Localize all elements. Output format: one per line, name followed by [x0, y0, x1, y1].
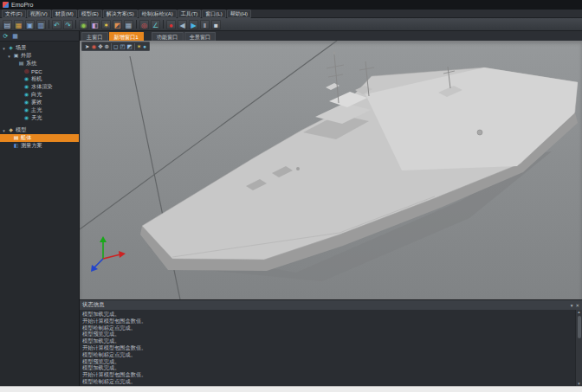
- measure-icon[interactable]: ∠: [151, 20, 160, 29]
- group-icon: ▣: [13, 53, 19, 59]
- camera-icon[interactable]: ◉: [79, 20, 88, 29]
- tree-item-6[interactable]: ◉白光: [0, 91, 79, 99]
- open-file-icon[interactable]: ▦: [14, 20, 23, 29]
- new-file-icon[interactable]: ▤: [3, 20, 12, 29]
- grid-icon[interactable]: ▦: [124, 20, 133, 29]
- menu-item-0[interactable]: 文件(F): [2, 10, 26, 18]
- tree-item-label: 主光: [31, 106, 42, 114]
- scroll-up-icon[interactable]: ▲: [577, 310, 580, 314]
- tree-item-9[interactable]: ◉天光: [0, 114, 79, 122]
- tree-item-10[interactable]: ▾◆模型: [0, 126, 79, 134]
- menu-item-5[interactable]: 绘制(标绘)(A): [139, 10, 177, 18]
- filter-icon[interactable]: ▦: [11, 32, 19, 40]
- log-line-0: 模型加载完成。: [82, 311, 572, 318]
- pec-node-icon: ◎: [23, 68, 29, 74]
- camera-reset-icon[interactable]: ◉: [91, 42, 96, 51]
- tab-1[interactable]: 新增窗口1: [109, 32, 144, 41]
- toolbar-separator: [163, 20, 164, 29]
- tree-item-3[interactable]: ◎PEC: [0, 67, 79, 75]
- tree-item-label: 船体: [21, 134, 31, 142]
- menu-item-7[interactable]: 窗口(L): [202, 10, 225, 18]
- menu-item-1[interactable]: 视图(V): [27, 10, 51, 18]
- mast-top-light: [333, 52, 336, 55]
- select-tool-icon[interactable]: ➤: [85, 42, 89, 51]
- undo-icon[interactable]: ↶: [52, 20, 61, 29]
- save-icon[interactable]: ▣: [25, 20, 35, 29]
- mast-forward: [334, 55, 339, 103]
- log-line-8: 模型加载完成。: [82, 364, 572, 371]
- tree-item-12[interactable]: ◧测量方案: [0, 142, 79, 150]
- mast-crossbar-2: [328, 74, 343, 77]
- title-bar: EmoPro: [0, 0, 582, 10]
- project-panel: ⟳▦ ▾◈场景▾▣外部▤系统◎PEC◉相机◉水体渲染◉白光◉雾效◉主光◉天光▾◆…: [0, 31, 80, 386]
- expand-arrow-icon[interactable]: ▾: [7, 54, 11, 59]
- status-panel: 状态信息 ▾ ✕ 模型加载完成。开始计算模型包围盒数值。模型绘制标定点完成。模型…: [80, 299, 582, 386]
- tree-item-label: 系统: [26, 60, 36, 67]
- menu-item-3[interactable]: 模型(E): [78, 10, 102, 18]
- tree-item-11[interactable]: ▤船体: [0, 134, 79, 142]
- tree-item-5[interactable]: ◉水体渲染: [0, 83, 79, 91]
- step-back-icon[interactable]: ◀: [178, 20, 187, 29]
- view-top-icon[interactable]: ◰: [120, 42, 125, 51]
- view-perspective-icon[interactable]: ◩: [127, 42, 133, 51]
- toolbar-separator: [136, 20, 137, 29]
- main-area: ⟳▦ ▾◈场景▾▣外部▤系统◎PEC◉相机◉水体渲染◉白光◉雾效◉主光◉天光▾◆…: [0, 31, 582, 386]
- pause-icon[interactable]: ‖: [200, 20, 210, 29]
- menu-bar: 文件(F)视图(V)材质(M)模型(E)解决方案(S)绘制(标绘)(A)工具(T…: [0, 10, 582, 18]
- zoom-tool-icon[interactable]: ⊕: [105, 42, 109, 51]
- menu-item-4[interactable]: 解决方案(S): [103, 10, 138, 18]
- view-front-icon[interactable]: ◻: [113, 42, 118, 51]
- viewport-toolbar: ➤◉✥⊕◻◰◩✶●: [81, 42, 150, 51]
- app-logo-icon: [3, 2, 9, 8]
- deck-porthole: [477, 130, 482, 135]
- expand-arrow-icon[interactable]: ▾: [2, 46, 6, 51]
- expand-arrow-icon[interactable]: ▾: [2, 128, 6, 133]
- tree-item-4[interactable]: ◉相机: [0, 75, 79, 83]
- tree-item-0[interactable]: ▾◈场景: [0, 44, 79, 52]
- axis-x-red: [103, 254, 120, 259]
- scrollbar-thumb[interactable]: [578, 316, 581, 338]
- play-icon[interactable]: ▶: [189, 20, 198, 29]
- collapse-panel-icon[interactable]: ▾: [571, 303, 573, 308]
- stop-icon[interactable]: ■: [211, 20, 221, 29]
- light-icon[interactable]: ✶: [101, 20, 111, 29]
- sun-light-icon[interactable]: ✶: [137, 42, 141, 51]
- scroll-down-icon[interactable]: ▼: [577, 382, 580, 386]
- save-all-icon[interactable]: ▥: [36, 20, 46, 29]
- log-scrollbar[interactable]: ▲ ▼: [575, 310, 582, 386]
- tab-0[interactable]: 主窗口: [81, 32, 108, 41]
- redo-icon[interactable]: ↷: [63, 20, 73, 29]
- tree-item-label: 场景: [16, 44, 26, 52]
- camera-node-icon: ◉: [23, 76, 29, 82]
- tree-item-label: 外部: [21, 52, 31, 60]
- tree-item-label: 相机: [31, 75, 42, 83]
- menu-item-6[interactable]: 工具(T): [178, 10, 202, 18]
- log-line-9: 开始计算模型包围盒数值。: [82, 371, 572, 378]
- tab-3[interactable]: 全景窗口: [184, 32, 217, 41]
- close-panel-icon[interactable]: ✕: [575, 303, 579, 308]
- foredeck-fitting: [296, 167, 300, 170]
- material-icon[interactable]: ◩: [113, 20, 122, 29]
- skylight-node-icon: ◉: [23, 115, 29, 121]
- model-icon[interactable]: ◧: [90, 20, 100, 29]
- record-icon[interactable]: ●: [166, 20, 176, 29]
- tree-item-label: 水体渲染: [31, 83, 53, 91]
- tree-item-8[interactable]: ◉主光: [0, 106, 79, 114]
- tree-item-1[interactable]: ▾▣外部: [0, 52, 79, 60]
- render-mode-icon[interactable]: ●: [143, 42, 146, 51]
- menu-item-8[interactable]: 帮助(H): [227, 10, 251, 18]
- tree-item-7[interactable]: ◉雾效: [0, 99, 79, 106]
- workspace-column: 主窗口新增窗口1功能窗口全景窗口: [80, 31, 582, 386]
- pan-tool-icon[interactable]: ✥: [98, 42, 102, 51]
- tab-2[interactable]: 功能窗口: [152, 32, 184, 41]
- target-icon[interactable]: ◎: [139, 20, 149, 29]
- tree-item-2[interactable]: ▤系统: [0, 60, 79, 67]
- refresh-icon[interactable]: ⟳: [2, 32, 10, 40]
- viewport-3d[interactable]: ➤◉✥⊕◻◰◩✶●: [80, 41, 582, 299]
- axis-gizmo: [91, 236, 126, 272]
- main-toolbar: ▤▦▣▥↶↷◉◧✶◩▦◎∠●◀▶‖■: [0, 18, 582, 31]
- menu-item-2[interactable]: 材质(M): [52, 10, 77, 18]
- status-panel-title: 状态信息: [82, 301, 105, 309]
- log-line-2: 模型绘制标定点完成。: [82, 325, 572, 331]
- tree-item-label: 雾效: [31, 99, 42, 106]
